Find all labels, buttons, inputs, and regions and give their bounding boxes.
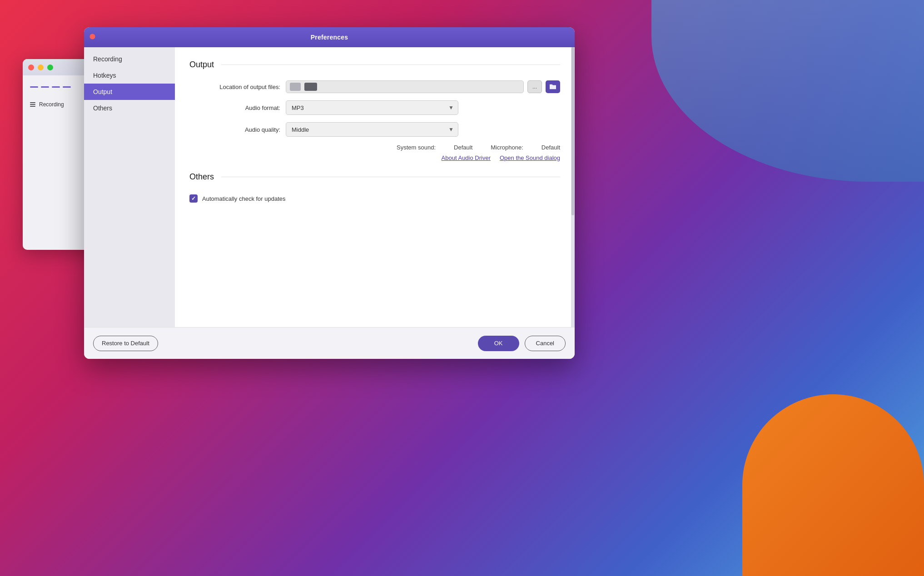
svg-point-0 (90, 34, 95, 40)
system-sound-label: System sound: (397, 144, 436, 151)
scrollbar-thumb (571, 47, 574, 215)
dash-4 (63, 86, 71, 88)
path-swatch2 (304, 83, 317, 91)
path-input[interactable] (286, 80, 524, 93)
dash-3 (52, 86, 60, 88)
sidebar-item-output[interactable]: Output (84, 84, 175, 100)
others-section-title: Others (189, 172, 214, 182)
path-input-container: ... (286, 80, 560, 93)
folder-icon (549, 84, 557, 90)
audio-format-select-wrapper: MP3 AAC FLAC WAV ▼ (286, 100, 458, 115)
auto-check-row: ✓ Automatically check for updates (189, 193, 560, 204)
auto-check-checkbox[interactable]: ✓ (189, 194, 198, 203)
audio-info-row: System sound: Default Microphone: Defaul… (189, 144, 560, 151)
microphone-label: Microphone: (491, 144, 523, 151)
bg-traffic-green[interactable] (47, 65, 53, 70)
path-ellipsis-button[interactable]: ... (527, 80, 542, 93)
cancel-button[interactable]: Cancel (525, 336, 566, 351)
dialog-title: Preferences (311, 34, 348, 41)
location-row: Location of output files: ... (189, 80, 560, 93)
audio-format-select[interactable]: MP3 AAC FLAC WAV (286, 100, 458, 115)
ok-button[interactable]: OK (478, 336, 519, 351)
system-sound-value: Default (454, 144, 472, 151)
audio-quality-row: Audio quality: Low Middle High ▼ (189, 122, 560, 137)
folder-button[interactable] (546, 80, 560, 93)
dash-2 (41, 86, 49, 88)
dialog-body: Recording Hotkeys Output Others Output L… (84, 47, 575, 327)
bg-traffic-yellow[interactable] (38, 65, 44, 70)
dialog-titlebar: Preferences (84, 27, 575, 47)
sidebar-item-hotkeys[interactable]: Hotkeys (84, 67, 175, 84)
sidebar-item-recording[interactable]: Recording (84, 51, 175, 67)
hamburger-icon (30, 102, 35, 107)
microphone-value: Default (541, 144, 560, 151)
preferences-dialog: Preferences Recording Hotkeys Output Oth… (84, 27, 575, 359)
dash-1 (30, 86, 38, 88)
others-section: Others ✓ Automatically check for updates (189, 172, 560, 204)
about-audio-driver-link[interactable]: About Audio Driver (442, 154, 491, 161)
bg-window-label: Recording (39, 101, 64, 108)
audio-quality-select[interactable]: Low Middle High (286, 122, 458, 137)
footer-right-buttons: OK Cancel (478, 336, 566, 351)
audio-format-row: Audio format: MP3 AAC FLAC WAV ▼ (189, 100, 560, 115)
audio-quality-label: Audio quality: (189, 126, 280, 133)
output-section-header: Output (189, 60, 560, 70)
sidebar-item-others[interactable]: Others (84, 100, 175, 116)
auto-check-label: Automatically check for updates (202, 195, 286, 202)
checkmark-icon: ✓ (191, 195, 196, 202)
location-label: Location of output files: (189, 84, 280, 90)
dialog-footer: Restore to Default OK Cancel (84, 327, 575, 359)
hamburger-line-2 (30, 104, 35, 105)
path-swatch1 (290, 83, 301, 91)
audio-links-row: About Audio Driver Open the Sound dialog (189, 154, 560, 161)
open-sound-dialog-link[interactable]: Open the Sound dialog (500, 154, 560, 161)
restore-default-button[interactable]: Restore to Default (93, 336, 158, 351)
scrollbar[interactable] (571, 47, 575, 327)
audio-quality-select-wrapper: Low Middle High ▼ (286, 122, 458, 137)
others-section-line (221, 177, 560, 177)
hamburger-line-3 (30, 106, 35, 107)
main-content: Output Location of output files: ... (175, 47, 575, 327)
audio-format-label: Audio format: (189, 104, 280, 111)
hamburger-line-1 (30, 102, 35, 103)
others-section-header: Others (189, 172, 560, 182)
output-section-title: Output (189, 60, 214, 70)
bg-traffic-red[interactable] (28, 65, 34, 70)
bg-shape-orange (742, 394, 924, 576)
output-section-line (221, 65, 560, 65)
dialog-traffic-light (89, 33, 95, 41)
sidebar: Recording Hotkeys Output Others (84, 47, 175, 327)
